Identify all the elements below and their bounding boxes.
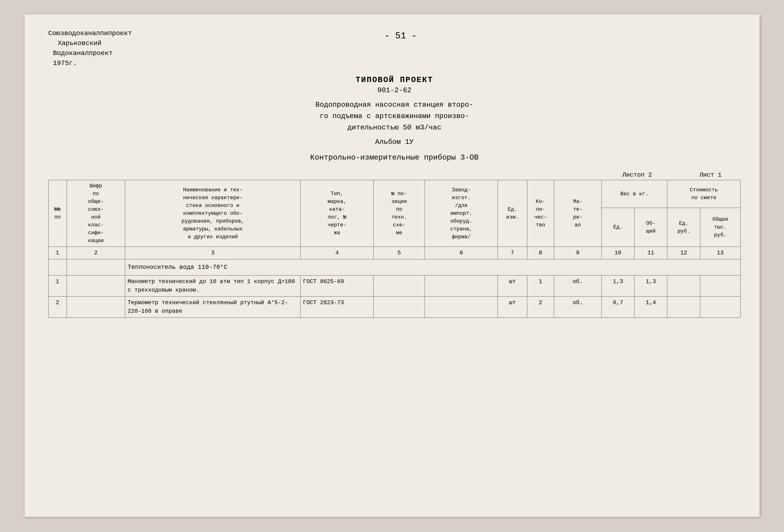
row2-mat: об. xyxy=(554,297,601,318)
table-header-row: №№пп Шифрпообще-союз-нойклас-сифи-кации … xyxy=(48,180,740,208)
header-section: Союзводоканалпипроект Харьковский Водока… xyxy=(48,28,740,68)
row2-zavod xyxy=(425,297,498,318)
row1-ves-ob: 1,3 xyxy=(635,276,667,297)
col-num-2: 2 xyxy=(66,247,125,259)
section-title: Контрольно-измерительные приборы 3-ОВ xyxy=(48,153,740,162)
row1-pos xyxy=(374,276,425,297)
page-number: - 51 - xyxy=(132,28,669,41)
project-title: ТИПОВОЙ ПРОЕКТ xyxy=(48,75,740,84)
row1-ves-ed: 1,3 xyxy=(601,276,635,297)
col-header-st-ed: Ед.руб. xyxy=(667,208,700,247)
org-line1: Союзводоканалпипроект xyxy=(48,28,132,38)
row1-shifr xyxy=(66,276,125,297)
col-num-7: 7 xyxy=(498,247,527,259)
col-num-12: 12 xyxy=(667,247,700,259)
col-numbers-row: 1 2 3 4 5 6 7 8 9 10 11 12 13 xyxy=(48,247,740,259)
row2-ves-ed: 0,7 xyxy=(601,297,635,318)
row2-pos xyxy=(374,297,425,318)
document-page: Союзводоканалпипроект Харьковский Водока… xyxy=(25,14,760,517)
col-header-kol: Ко-ли-чес-тво xyxy=(527,180,554,247)
project-description: Водопроводная насосная станция вто­ро- г… xyxy=(48,99,740,133)
col-header-ves: Вес в кг. xyxy=(601,180,667,208)
org-info: Союзводоканалпипроект Харьковский Водока… xyxy=(48,28,132,68)
col-header-ves-ob: Об-щий xyxy=(635,208,667,247)
table-row: 1 Манометр технический до 10 атм тип 1 к… xyxy=(48,276,740,297)
row1-mat: об. xyxy=(554,276,601,297)
col-num-6: 6 xyxy=(425,247,498,259)
main-table: №№пп Шифрпообще-союз-нойклас-сифи-кации … xyxy=(48,180,740,318)
row2-kol: 2 xyxy=(527,297,554,318)
row2-ed: шт xyxy=(498,297,527,318)
list-label: Лист 1 xyxy=(699,171,722,178)
row1-type: ГОСТ 8625-69 xyxy=(301,276,374,297)
album-info: Альбом 1У xyxy=(48,138,740,146)
col-num-8: 8 xyxy=(527,247,554,259)
row1-ed: шт xyxy=(498,276,527,297)
row1-num: 1 xyxy=(48,276,66,297)
col-num-11: 11 xyxy=(635,247,667,259)
col-num-4: 4 xyxy=(301,247,374,259)
row2-st-ob xyxy=(700,297,740,318)
col-num-5: 5 xyxy=(374,247,425,259)
col-header-pos: № по-зициипотехн.схе-ме xyxy=(374,180,425,247)
col-header-shifr: Шифрпообще-союз-нойклас-сифи-кации xyxy=(66,180,125,247)
col-header-ma: Ма-те-ри-ал xyxy=(554,180,601,247)
row1-st-ob xyxy=(700,276,740,297)
row1-st-ed xyxy=(667,276,700,297)
description-line2: го подъема с артскважинами произво- xyxy=(48,110,740,122)
subheader-text: Теплоноситель вода 110-70°С xyxy=(125,259,740,276)
col-header-ed: Ед.изм. xyxy=(498,180,527,247)
org-line2: Харьковский xyxy=(48,38,132,48)
row2-num: 2 xyxy=(48,297,66,318)
description-line3: дительностью 50 м3/час xyxy=(48,122,740,133)
col-header-ves-ed: Ед. xyxy=(601,208,635,247)
subheader-row: Теплоноситель вода 110-70°С xyxy=(48,259,740,276)
project-code: 901-2-62 xyxy=(48,86,740,94)
col-header-st: Стоимостьпо смете xyxy=(667,180,740,208)
col-header-num: №№пп xyxy=(48,180,66,247)
subheader-num xyxy=(48,259,66,276)
sheet-labels: Листоп 2 Лист 1 xyxy=(48,171,740,178)
col-num-1: 1 xyxy=(48,247,66,259)
col-header-st-ob: Общаятыс.руб. xyxy=(700,208,740,247)
row1-name: Манометр технический до 10 атм тип 1 кор… xyxy=(125,276,301,297)
project-info: ТИПОВОЙ ПРОЕКТ 901-2-62 xyxy=(48,75,740,94)
col-num-10: 10 xyxy=(601,247,635,259)
row2-shifr xyxy=(66,297,125,318)
row1-zavod xyxy=(425,276,498,297)
row2-name: Термометр технический стеклянный ртутный… xyxy=(125,297,301,318)
col-num-3: 3 xyxy=(125,247,301,259)
row2-type: ГОСТ 2823-73 xyxy=(301,297,374,318)
row2-st-ed xyxy=(667,297,700,318)
year: 1975г. xyxy=(48,58,132,68)
col-header-type: Тип,марка,ката-лог, №черте-жа xyxy=(301,180,374,247)
description-line1: Водопроводная насосная станция вто­ро- xyxy=(48,99,740,110)
subheader-shifr xyxy=(66,259,125,276)
col-header-name: Наименование и тех-ническая характери-ст… xyxy=(125,180,301,247)
col-num-13: 13 xyxy=(700,247,740,259)
org-line3: Водоканалпроект xyxy=(48,48,132,58)
row1-kol: 1 xyxy=(527,276,554,297)
table-row: 2 Термометр технический стеклянный ртутн… xyxy=(48,297,740,318)
col-num-9: 9 xyxy=(554,247,601,259)
col-header-zavod: Завод-изгот./дляимпорт.оборуд.страна,фир… xyxy=(425,180,498,247)
row2-ves-ob: 1,4 xyxy=(635,297,667,318)
listop-label: Листоп 2 xyxy=(622,171,652,178)
